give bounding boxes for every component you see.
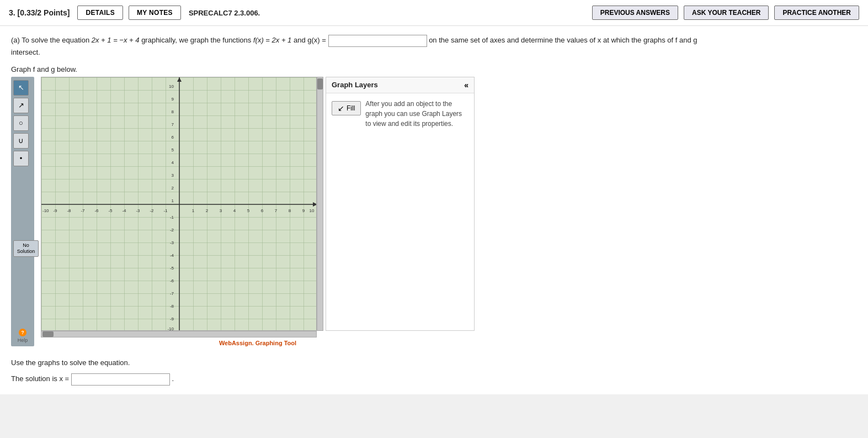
help-link[interactable]: ? Help bbox=[13, 329, 32, 343]
graph-layers-body: ↙ Fill After you add an object to the gr… bbox=[326, 93, 474, 139]
middle-text: graphically, we graph the functions bbox=[141, 36, 251, 44]
graphing-tool-label: . Graphing Tool bbox=[252, 340, 296, 346]
svg-text:-2: -2 bbox=[170, 228, 174, 233]
svg-text:-5: -5 bbox=[108, 208, 113, 213]
intersect-text: intersect. bbox=[11, 48, 40, 56]
svg-text:9: 9 bbox=[172, 97, 174, 102]
layers-description: After you add an object to the graph you… bbox=[365, 99, 468, 129]
svg-text:-1: -1 bbox=[170, 215, 174, 220]
line-tool[interactable]: ↗ bbox=[13, 98, 29, 113]
period-after-solution: . bbox=[172, 374, 174, 383]
svg-text:7: 7 bbox=[275, 208, 278, 213]
practice-another-button[interactable]: PRACTICE ANOTHER bbox=[774, 6, 859, 20]
svg-text:-3: -3 bbox=[170, 240, 174, 245]
graph-layers-header: Graph Layers « bbox=[326, 77, 474, 93]
svg-text:5: 5 bbox=[247, 208, 250, 213]
graph-section: ↖ ↗ ○ ∪ • NoSolution ? Help bbox=[11, 77, 857, 346]
help-label: Help bbox=[18, 337, 28, 343]
part-a-text: (a) To solve the equation bbox=[11, 36, 89, 44]
fill-icon: ↙ bbox=[338, 104, 344, 113]
svg-text:-8: -8 bbox=[67, 208, 71, 213]
svg-text:-2: -2 bbox=[150, 208, 154, 213]
graph-layers-title: Graph Layers bbox=[332, 81, 378, 89]
solution-input[interactable] bbox=[71, 373, 170, 386]
problem-part-a: (a) To solve the equation 2x + 1 = −x + … bbox=[11, 35, 857, 59]
ask-teacher-button[interactable]: ASK YOUR TEACHER bbox=[684, 6, 769, 20]
solution-row: The solution is x = . bbox=[11, 372, 857, 386]
x-equals-label: x = bbox=[59, 374, 69, 383]
graph-layers-panel: Graph Layers « ↙ Fill After you add an o… bbox=[326, 77, 475, 331]
svg-text:6: 6 bbox=[261, 208, 264, 213]
svg-text:3: 3 bbox=[172, 173, 174, 178]
solution-section: Use the graphs to solve the equation. Th… bbox=[11, 356, 857, 386]
solution-label: The solution is bbox=[11, 374, 57, 383]
svg-text:10: 10 bbox=[310, 208, 315, 213]
svg-text:-9: -9 bbox=[53, 208, 57, 213]
cursor-tool[interactable]: ↖ bbox=[13, 80, 29, 96]
svg-text:6: 6 bbox=[172, 135, 174, 140]
end-text: on the same set of axes and determine th… bbox=[429, 36, 697, 44]
vertical-scrollbar[interactable] bbox=[317, 77, 323, 331]
svg-text:-10: -10 bbox=[42, 208, 49, 213]
points-label: 3. [0.33/2 Points] bbox=[9, 8, 70, 17]
graph-toolbar: ↖ ↗ ○ ∪ • NoSolution ? Help bbox=[11, 77, 34, 346]
svg-text:-4: -4 bbox=[122, 208, 126, 213]
prev-answers-button[interactable]: PREVIOUS ANSWERS bbox=[592, 6, 678, 20]
svg-text:5: 5 bbox=[172, 147, 174, 152]
svg-text:2: 2 bbox=[172, 186, 174, 191]
gx-input[interactable] bbox=[328, 35, 427, 47]
problem-code: SPRECALC7 2.3.006. bbox=[189, 9, 260, 17]
svg-text:7: 7 bbox=[172, 122, 174, 127]
content-area: (a) To solve the equation 2x + 1 = −x + … bbox=[0, 26, 868, 394]
svg-text:8: 8 bbox=[172, 109, 174, 114]
svg-text:10: 10 bbox=[169, 84, 174, 89]
fx-expression: f(x) = 2x + 1 bbox=[253, 36, 291, 44]
webassign-brand: WebAssign bbox=[219, 340, 252, 346]
svg-text:-8: -8 bbox=[170, 304, 174, 309]
circle-tool[interactable]: ○ bbox=[13, 115, 29, 131]
curve-tool[interactable]: ∪ bbox=[13, 133, 29, 149]
gx-label: g(x) = bbox=[307, 36, 326, 44]
svg-text:-10: -10 bbox=[167, 326, 174, 331]
svg-text:-7: -7 bbox=[170, 291, 174, 296]
fill-button[interactable]: ↙ Fill bbox=[332, 101, 361, 115]
graph-canvas[interactable]: -9 -8 -7 -6 -5 -4 -3 -2 -1 1 2 3 bbox=[41, 77, 317, 331]
svg-text:8: 8 bbox=[289, 208, 291, 213]
svg-text:4: 4 bbox=[233, 208, 236, 213]
fill-label: Fill bbox=[347, 104, 355, 112]
solution-instruction: Use the graphs to solve the equation. bbox=[11, 356, 857, 369]
notes-button[interactable]: MY NOTES bbox=[129, 6, 181, 20]
collapse-layers-button[interactable]: « bbox=[464, 81, 468, 89]
horizontal-scrollbar[interactable] bbox=[41, 331, 317, 337]
graph-svg: -9 -8 -7 -6 -5 -4 -3 -2 -1 1 2 3 bbox=[41, 77, 317, 331]
svg-text:-6: -6 bbox=[94, 208, 99, 213]
svg-text:-5: -5 bbox=[170, 266, 174, 271]
help-icon: ? bbox=[19, 329, 26, 336]
svg-text:2: 2 bbox=[206, 208, 209, 213]
svg-text:-1: -1 bbox=[163, 208, 168, 213]
details-button[interactable]: DETAILS bbox=[77, 6, 123, 20]
webassign-label: WebAssign. Graphing Tool bbox=[41, 340, 475, 346]
equation-text: 2x + 1 = −x + 4 bbox=[92, 36, 141, 44]
graph-and-panel: -9 -8 -7 -6 -5 -4 -3 -2 -1 1 2 3 bbox=[41, 77, 475, 331]
and-text: and bbox=[294, 36, 306, 44]
graph-with-scroll: -9 -8 -7 -6 -5 -4 -3 -2 -1 1 2 3 bbox=[41, 77, 323, 331]
svg-text:-3: -3 bbox=[136, 208, 140, 213]
svg-text:3: 3 bbox=[220, 208, 222, 213]
svg-text:-4: -4 bbox=[170, 253, 174, 258]
svg-text:4: 4 bbox=[172, 160, 174, 165]
svg-text:-6: -6 bbox=[170, 278, 174, 283]
svg-text:-7: -7 bbox=[81, 208, 85, 213]
svg-text:-9: -9 bbox=[170, 316, 174, 321]
svg-text:9: 9 bbox=[302, 208, 305, 213]
graph-area: -9 -8 -7 -6 -5 -4 -3 -2 -1 1 2 3 bbox=[41, 77, 475, 346]
top-bar: 3. [0.33/2 Points] DETAILS MY NOTES SPRE… bbox=[0, 0, 868, 26]
point-tool[interactable]: • bbox=[13, 151, 29, 166]
graph-title-label: Graph f and g below. bbox=[11, 65, 857, 73]
svg-text:1: 1 bbox=[172, 198, 174, 203]
svg-text:1: 1 bbox=[192, 208, 195, 213]
no-solution-button[interactable]: NoSolution bbox=[13, 240, 39, 257]
